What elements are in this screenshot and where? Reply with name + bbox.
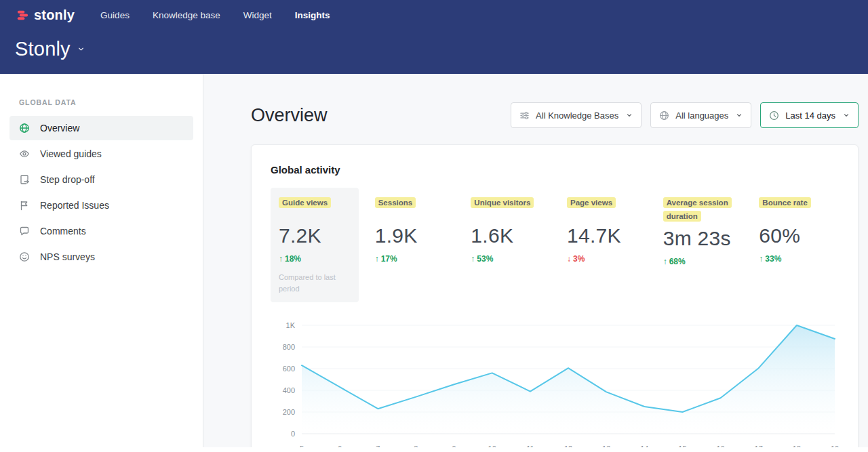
sidebar-item-overview[interactable]: Overview [9, 116, 193, 140]
svg-text:7: 7 [376, 445, 380, 447]
eye-icon [19, 148, 30, 159]
stonly-logo-text: stonly [34, 7, 75, 23]
sidebar-item-label: Viewed guides [40, 148, 102, 159]
sidebar-section-label: GLOBAL DATA [19, 98, 203, 106]
svg-text:8: 8 [414, 445, 418, 447]
svg-text:19: 19 [831, 445, 839, 447]
activity-chart-container: 02004006008001K5678910111213141516171819 [271, 319, 839, 447]
sidebar-item-reported-issues[interactable]: Reported Issues [9, 193, 193, 218]
metric-value: 14.7K [567, 224, 639, 247]
svg-text:13: 13 [602, 445, 610, 447]
card-title: Global activity [271, 164, 839, 176]
svg-text:5: 5 [300, 445, 304, 447]
metric-average-session-duration[interactable]: Average session duration 3m 23s ↑ 68% [655, 188, 743, 302]
svg-text:12: 12 [564, 445, 572, 447]
metric-delta: ↑ 68% [663, 257, 735, 266]
sidebar-item-label: Comments [40, 226, 86, 237]
svg-text:400: 400 [283, 386, 295, 394]
metric-value: 60% [759, 224, 831, 247]
metric-label: Average session duration [663, 197, 732, 222]
metric-label: Guide views [279, 197, 331, 208]
chevron-down-icon [843, 112, 850, 119]
arrow-down-icon: ↓ [567, 254, 571, 264]
chevron-down-icon [736, 112, 743, 119]
metric-value: 7.2K [279, 224, 351, 247]
clock-icon [769, 110, 779, 121]
metric-label: Page views [567, 197, 616, 208]
sidebar-item-label: Step drop-off [40, 174, 95, 185]
metric-unique-visitors[interactable]: Unique visitors 1.6K ↑ 53% [462, 188, 551, 302]
metric-value: 3m 23s [663, 227, 735, 250]
filters-bar: All Knowledge Bases All languages [511, 102, 859, 128]
comment-icon [19, 226, 30, 237]
activity-chart: 02004006008001K5678910111213141516171819 [271, 319, 840, 447]
sidebar: GLOBAL DATA Overview Viewed guides [0, 74, 203, 447]
main-content: Overview All Knowledge Bases [203, 74, 868, 447]
svg-text:0: 0 [291, 430, 295, 438]
nav-widget[interactable]: Widget [243, 10, 272, 20]
globe-icon [19, 123, 30, 133]
chevron-down-icon [626, 112, 633, 119]
svg-text:1K: 1K [286, 321, 296, 329]
page-title: Overview [251, 105, 328, 126]
sidebar-item-nps-surveys[interactable]: NPS surveys [9, 245, 193, 269]
svg-text:11: 11 [526, 445, 534, 447]
metrics-row: Guide views 7.2K ↑ 18% Compared to last … [271, 188, 839, 302]
metric-value: 1.6K [471, 224, 542, 247]
metric-delta: ↓ 3% [567, 254, 639, 264]
metric-delta: ↑ 17% [375, 254, 447, 264]
svg-text:14: 14 [640, 445, 648, 447]
metric-delta: ↑ 53% [471, 254, 542, 264]
svg-text:200: 200 [283, 408, 295, 416]
workspace-dropdown-icon[interactable] [77, 45, 85, 53]
metric-delta: ↑ 18% [279, 254, 351, 264]
svg-text:800: 800 [283, 343, 295, 351]
svg-text:600: 600 [283, 365, 295, 373]
knowledge-bases-filter[interactable]: All Knowledge Bases [511, 102, 642, 128]
svg-text:17: 17 [755, 445, 763, 447]
globe-icon [659, 110, 669, 121]
sliders-icon [519, 110, 530, 121]
sidebar-item-label: NPS surveys [40, 251, 95, 262]
document-arrow-icon [19, 174, 30, 185]
flag-icon [19, 200, 30, 211]
arrow-up-icon: ↑ [759, 254, 763, 264]
smiley-icon [19, 251, 30, 262]
sidebar-item-step-drop-off[interactable]: Step drop-off [9, 167, 193, 192]
svg-text:15: 15 [678, 445, 686, 447]
metric-guide-views[interactable]: Guide views 7.2K ↑ 18% Compared to last … [271, 188, 359, 302]
metric-note: Compared to last period [279, 272, 351, 294]
svg-text:6: 6 [338, 445, 342, 447]
global-activity-card: Global activity Guide views 7.2K ↑ 18% C… [251, 144, 859, 447]
languages-filter[interactable]: All languages [650, 102, 751, 128]
metric-delta: ↑ 33% [759, 254, 831, 264]
svg-text:10: 10 [488, 445, 496, 447]
date-range-filter[interactable]: Last 14 days [760, 102, 859, 128]
arrow-up-icon: ↑ [471, 254, 475, 264]
languages-filter-value: All languages [675, 110, 728, 121]
stonly-logo[interactable]: stonly [16, 7, 75, 23]
metric-label: Unique visitors [471, 197, 534, 208]
nav-guides[interactable]: Guides [100, 10, 130, 20]
svg-text:16: 16 [716, 445, 724, 447]
metric-page-views[interactable]: Page views 14.7K ↓ 3% [559, 188, 647, 302]
arrow-up-icon: ↑ [279, 254, 283, 264]
metric-sessions[interactable]: Sessions 1.9K ↑ 17% [367, 188, 455, 302]
metric-label: Bounce rate [759, 197, 810, 208]
metric-bounce-rate[interactable]: Bounce rate 60% ↑ 33% [751, 188, 839, 302]
sidebar-item-comments[interactable]: Comments [9, 219, 193, 243]
top-navbar: stonly Guides Knowledge base Widget Insi… [0, 0, 868, 74]
nav-insights[interactable]: Insights [295, 10, 330, 20]
sidebar-item-label: Overview [40, 123, 79, 133]
top-navigation: Guides Knowledge base Widget Insights [100, 10, 330, 20]
metric-value: 1.9K [375, 224, 447, 247]
svg-text:18: 18 [793, 445, 801, 447]
sidebar-item-viewed-guides[interactable]: Viewed guides [9, 142, 193, 166]
nav-knowledge-base[interactable]: Knowledge base [153, 10, 220, 20]
svg-text:9: 9 [452, 445, 456, 447]
metric-label: Sessions [375, 197, 416, 208]
stonly-logo-icon [16, 9, 29, 22]
arrow-up-icon: ↑ [375, 254, 379, 264]
arrow-up-icon: ↑ [663, 257, 667, 266]
date-range-filter-value: Last 14 days [785, 110, 835, 121]
